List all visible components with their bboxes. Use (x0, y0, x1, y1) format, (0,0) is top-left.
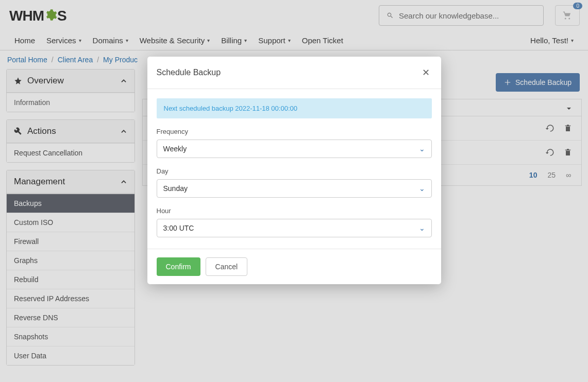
day-value: Sunday (163, 184, 188, 193)
day-select[interactable]: Sunday ⌄ (157, 179, 432, 198)
schedule-backup-modal: Schedule Backup ✕ Next scheduled backup … (147, 57, 441, 284)
day-label: Day (157, 167, 432, 175)
hour-label: Hour (157, 207, 432, 215)
hour-select[interactable]: 3:00 UTC ⌄ (157, 219, 432, 237)
frequency-value: Weekly (163, 145, 187, 153)
modal-title: Schedule Backup (157, 68, 221, 77)
chevron-down-icon: ⌄ (419, 224, 425, 232)
next-backup-banner: Next scheduled backup 2022-11-18 00:00:0… (157, 98, 432, 118)
modal-overlay[interactable]: Schedule Backup ✕ Next scheduled backup … (0, 0, 588, 382)
frequency-label: Frequency (157, 128, 432, 135)
modal-footer: Confirm Cancel (147, 249, 441, 284)
modal-header: Schedule Backup ✕ (147, 57, 441, 89)
chevron-down-icon: ⌄ (419, 184, 425, 193)
frequency-select[interactable]: Weekly ⌄ (157, 140, 432, 158)
cancel-button[interactable]: Cancel (206, 257, 248, 276)
confirm-button[interactable]: Confirm (157, 257, 200, 276)
chevron-down-icon: ⌄ (419, 145, 425, 153)
hour-value: 3:00 UTC (163, 224, 194, 232)
close-icon[interactable]: ✕ (420, 65, 432, 80)
